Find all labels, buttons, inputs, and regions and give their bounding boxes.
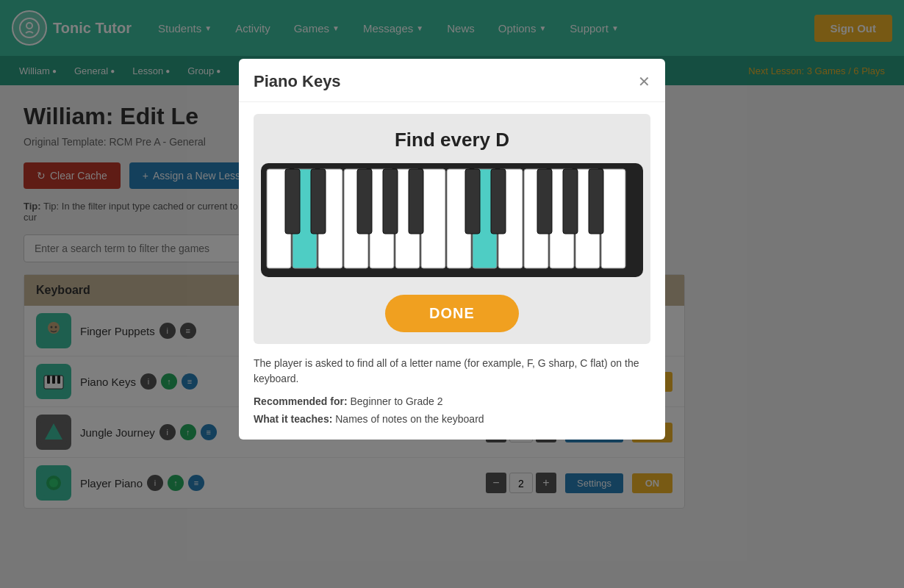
svg-rect-33: [357, 169, 372, 234]
done-button[interactable]: DONE: [385, 295, 519, 332]
modal-description: The player is asked to find all of a let…: [254, 356, 650, 387]
find-label: Find every D: [395, 129, 509, 151]
piano-keyboard: [261, 163, 643, 280]
svg-rect-39: [563, 169, 578, 234]
modal-body: Find every D: [239, 102, 665, 440]
svg-rect-40: [589, 169, 603, 234]
svg-rect-37: [491, 169, 506, 234]
modal-teaches: What it teaches: Names of notes on the k…: [254, 413, 650, 425]
svg-rect-30: [601, 169, 625, 268]
modal-title: Piano Keys: [254, 72, 341, 91]
modal-recommended: Recommended for: Beginner to Grade 2: [254, 395, 650, 407]
modal-header: Piano Keys ✕: [239, 59, 665, 102]
svg-rect-35: [409, 169, 423, 234]
close-button[interactable]: ✕: [638, 74, 650, 89]
svg-rect-31: [285, 169, 300, 234]
modal-dialog: Piano Keys ✕ Find every D: [239, 59, 665, 440]
svg-rect-23: [421, 169, 445, 268]
piano-preview: Find every D: [254, 114, 650, 344]
modal-overlay[interactable]: Piano Keys ✕ Find every D: [0, 0, 904, 588]
svg-rect-32: [311, 169, 326, 234]
svg-rect-38: [537, 169, 552, 234]
svg-rect-36: [465, 169, 480, 234]
svg-rect-34: [383, 169, 398, 234]
